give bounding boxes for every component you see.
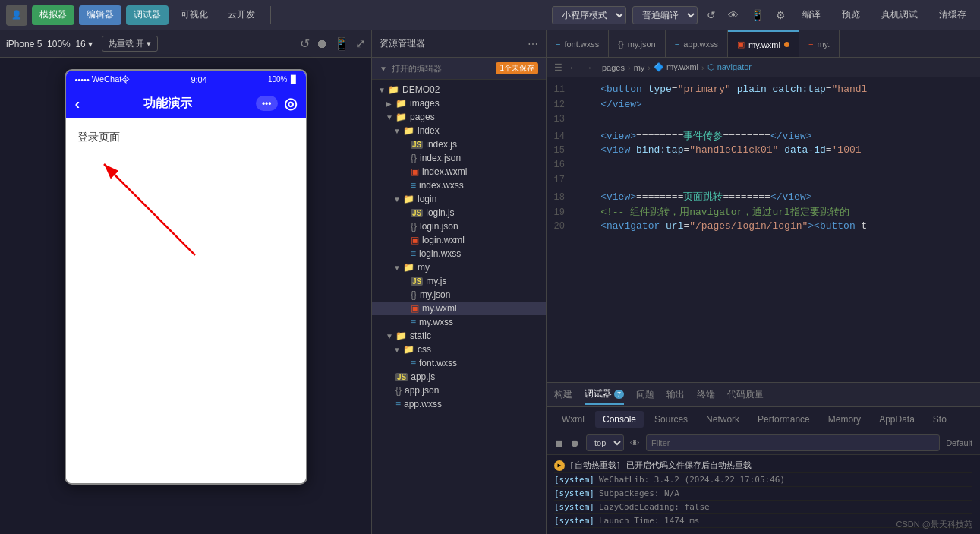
my-js-label: my.js xyxy=(426,276,446,286)
breadcrumb-icon-3[interactable]: → xyxy=(584,62,593,73)
bottom-tabs-bar: 构建 调试器7 问题 输出 终端 代码质量 xyxy=(547,383,980,407)
tab-my-extra[interactable]: ≡ my. xyxy=(799,30,840,57)
index-folder-label: index xyxy=(418,125,440,136)
breadcrumb-icon-2[interactable]: ← xyxy=(569,62,578,73)
devtools-eye-icon[interactable]: 👁 xyxy=(630,438,640,449)
console-line-3: [system] Subpackages: N/A xyxy=(554,487,972,501)
tree-item-index-wxss[interactable]: ≡ index.wxss xyxy=(372,179,546,192)
login-folder-label: login xyxy=(418,194,436,204)
devtool-tab-memory[interactable]: Memory xyxy=(821,411,868,428)
back-icon[interactable]: ↺ xyxy=(300,36,310,51)
index-js-icon: JS xyxy=(411,141,423,149)
unsaved-badge: 1个未保存 xyxy=(496,62,538,74)
tab-app-wxss[interactable]: ≡ app.wxss xyxy=(666,30,728,57)
open-editors-bar[interactable]: ▼ 打开的编辑器 1个未保存 xyxy=(372,58,546,80)
tree-item-index-js[interactable]: JS index.js xyxy=(372,137,546,151)
tree-item-images[interactable]: ▶ 📁 images xyxy=(372,96,546,110)
cloud-dev-btn[interactable]: 云开发 xyxy=(220,5,263,25)
tree-item-login-wxml[interactable]: ▣ login.wxml xyxy=(372,233,546,247)
bottom-tab-quality[interactable]: 代码质量 xyxy=(727,385,764,404)
tree-item-static-folder[interactable]: ▼ 📁 static xyxy=(372,329,546,343)
tree-item-app-json[interactable]: {} app.json xyxy=(372,384,546,397)
refresh-btn[interactable]: ↺ xyxy=(704,8,719,23)
project-root[interactable]: ▼ 📁 DEMO02 xyxy=(372,83,546,96)
tree-item-index-folder[interactable]: ▼ 📁 index xyxy=(372,124,546,137)
console-text-5: Launch Time: 1474 ms xyxy=(599,516,699,526)
tree-item-font-wxss[interactable]: ≡ font.wxss xyxy=(372,356,546,370)
tree-item-my-wxml[interactable]: ▣ my.wxml xyxy=(372,302,546,315)
simulator-btn[interactable]: 模拟器 xyxy=(32,5,74,25)
nav-dots-btn[interactable]: ••• xyxy=(256,96,278,111)
bottom-tab-issues[interactable]: 问题 xyxy=(636,385,654,404)
devtool-tab-appdata[interactable]: AppData xyxy=(871,411,922,428)
my-folder-label: my xyxy=(418,262,430,273)
css-arrow-icon: ▼ xyxy=(393,346,401,354)
tab-my-json[interactable]: {} my.json xyxy=(609,30,665,57)
phone-content: 登录页面 xyxy=(66,118,306,483)
mode-select[interactable]: 小程序模式 xyxy=(552,6,626,24)
app-js-label: app.js xyxy=(411,371,435,382)
new-file-icon[interactable]: ⋯ xyxy=(528,38,538,50)
editor-btn[interactable]: 编辑器 xyxy=(79,5,121,25)
bottom-tab-terminal[interactable]: 终端 xyxy=(697,385,715,404)
preview-icon-btn[interactable]: 👁 xyxy=(725,8,742,23)
tree-item-app-wxss[interactable]: ≡ app.wxss xyxy=(372,397,546,411)
settings-btn[interactable]: ⚙ xyxy=(773,8,789,23)
my-wxss-label: my.wxss xyxy=(419,317,453,327)
font-wxss-icon: ≡ xyxy=(411,358,416,368)
nav-back-btn[interactable]: ‹ xyxy=(75,95,80,112)
devtool-tab-network[interactable]: Network xyxy=(698,411,747,428)
devtools-pause-icon[interactable]: ⏺ xyxy=(570,438,580,449)
devtools-context-select[interactable]: top xyxy=(586,434,624,451)
line-num-11: 11 xyxy=(547,84,577,95)
compiler-select[interactable]: 普通编译 xyxy=(632,6,698,24)
index-wxss-icon: ≡ xyxy=(411,180,416,191)
tree-item-my-wxss[interactable]: ≡ my.wxss xyxy=(372,315,546,329)
stop-icon[interactable]: ⏺ xyxy=(316,37,328,51)
hotreload-btn[interactable]: 热重载 开 ▾ xyxy=(102,36,158,52)
images-arrow-icon: ▶ xyxy=(386,100,393,108)
breadcrumb-icon-1[interactable]: ☰ xyxy=(554,62,562,73)
visualize-btn[interactable]: 可视化 xyxy=(173,5,216,25)
expand-icon[interactable]: ⤢ xyxy=(355,36,365,51)
my-wxml-label: my.wxml xyxy=(422,303,457,314)
bottom-tab-debugger[interactable]: 调试器7 xyxy=(585,384,624,405)
tree-item-index-wxml[interactable]: ▣ index.wxml xyxy=(372,165,546,179)
tab-font-wxss[interactable]: ≡ font.wxss xyxy=(547,30,609,57)
devtool-tab-sources[interactable]: Sources xyxy=(647,411,695,428)
bottom-tab-output[interactable]: 输出 xyxy=(666,385,685,404)
devtool-tab-sto[interactable]: Sto xyxy=(925,411,954,428)
status-right: 100% ▉ xyxy=(268,75,297,84)
tree-item-login-js[interactable]: JS login.js xyxy=(372,206,546,220)
tree-item-my-js[interactable]: JS my.js xyxy=(372,274,546,288)
line-content-19: <!-- 组件跳转，用navigator，通过url指定要跳转的 xyxy=(577,205,849,219)
tree-item-css-folder[interactable]: ▼ 📁 css xyxy=(372,343,546,356)
devtool-tab-performance[interactable]: Performance xyxy=(750,411,818,428)
devtools-stop-icon[interactable]: ⏹ xyxy=(554,438,564,449)
font-wxss-label: font.wxss xyxy=(419,358,457,368)
code-area[interactable]: 11 <button type="primary" plain catch:ta… xyxy=(547,77,980,382)
login-folder-icon: 📁 xyxy=(403,194,414,204)
tree-item-my-folder[interactable]: ▼ 📁 my xyxy=(372,261,546,274)
carrier-label: WeChat令 xyxy=(92,74,131,85)
clear-cache-label: 清缓存 xyxy=(931,5,974,25)
debugger-btn[interactable]: 调试器 xyxy=(126,5,169,25)
devtool-tab-console[interactable]: Console xyxy=(595,411,644,428)
tree-item-login-folder[interactable]: ▼ 📁 login xyxy=(372,192,546,206)
tree-item-login-json[interactable]: {} login.json xyxy=(372,220,546,233)
devtool-tab-wxml[interactable]: Wxml xyxy=(554,411,592,428)
phone-icon[interactable]: 📱 xyxy=(334,36,349,51)
devtools-filter-input[interactable] xyxy=(646,434,940,451)
tree-item-index-json[interactable]: {} index.json xyxy=(372,151,546,165)
tree-item-pages[interactable]: ▼ 📁 pages xyxy=(372,110,546,124)
tree-item-my-json[interactable]: {} my.json xyxy=(372,288,546,302)
tab-my-wxml[interactable]: ▣ my.wxml xyxy=(728,30,799,57)
device-label: iPhone 5 100% 16 ▾ xyxy=(6,39,93,49)
console-text-3: Subpackages: N/A xyxy=(599,488,679,498)
bottom-tab-build[interactable]: 构建 xyxy=(554,385,572,404)
tree-item-login-wxss[interactable]: ≡ login.wxss xyxy=(372,247,546,261)
code-line-17: 17 xyxy=(547,175,980,190)
tree-item-app-js[interactable]: JS app.js xyxy=(372,370,546,384)
nav-circle-btn[interactable]: ◎ xyxy=(284,94,297,112)
device-btn[interactable]: 📱 xyxy=(748,8,767,23)
